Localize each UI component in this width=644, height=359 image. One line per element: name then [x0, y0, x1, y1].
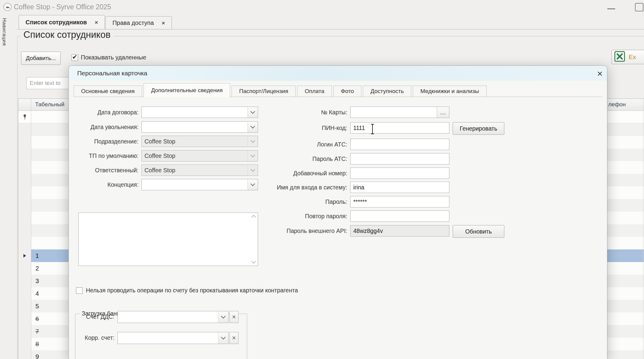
add-employee-button[interactable]: Добавить...: [21, 52, 61, 65]
excel-button-label: Ex: [629, 53, 636, 61]
dds-clear-button[interactable]: ×: [229, 311, 238, 323]
window-title: Coffee Stop - Syrve Office 2025: [14, 3, 111, 11]
navigation-panel-collapsed[interactable]: Навигация: [1, 18, 7, 46]
tab-access-rights[interactable]: Права доступа ×: [105, 16, 172, 29]
page-group-border-left: [17, 36, 17, 359]
chevron-down-icon[interactable]: [248, 179, 258, 190]
check-icon: ✔: [72, 53, 77, 61]
tab-access-rights-label: Права доступа: [112, 20, 154, 26]
tab-main-info[interactable]: Основные сведения: [74, 86, 142, 97]
column-header-tab-number[interactable]: Табельный: [35, 101, 65, 108]
excel-icon: [614, 51, 625, 63]
card-number-label: № Карты:: [257, 109, 347, 116]
chevron-down-icon: [248, 136, 258, 147]
dialog-tabstrip: Основные сведения Дополнительные сведени…: [74, 83, 602, 97]
comment-textarea[interactable]: [78, 213, 258, 266]
dds-account-combo[interactable]: [117, 311, 229, 323]
title-bar: Coffee Stop - Syrve Office 2025: [0, 0, 644, 14]
atc-login-field[interactable]: [350, 139, 449, 150]
corr-account-combo[interactable]: [117, 332, 229, 344]
dialog-title: Персональная карточка: [77, 70, 147, 77]
dialog-header: Персональная карточка: [69, 66, 607, 81]
personal-card-dialog: Персональная карточка × Основные сведени…: [68, 65, 607, 359]
default-tp-combo: Coffee Stop: [141, 150, 258, 161]
extension-number-label: Добавочный номер:: [257, 170, 347, 177]
api-password-label: Пароль внешнего API:: [257, 228, 347, 234]
concept-combo[interactable]: [141, 179, 258, 190]
grid-column-separator: [643, 99, 643, 359]
tab-availability[interactable]: Доступность: [363, 86, 411, 97]
maximize-button[interactable]: [635, 3, 643, 11]
column-header-phone[interactable]: лефон: [608, 101, 626, 108]
corr-account-label: Корр. счет:: [24, 334, 114, 341]
ellipsis-button[interactable]: …: [437, 107, 449, 118]
chevron-down-icon[interactable]: [218, 332, 228, 344]
card-number-field[interactable]: …: [350, 107, 449, 118]
department-combo: Coffee Stop: [141, 136, 258, 147]
filter-pin-icon: [18, 111, 31, 123]
responsible-label: Ответственный:: [48, 167, 138, 174]
document-tabstrip: Список сотрудников × Права доступа ×: [19, 15, 172, 29]
tab-payment[interactable]: Оплата: [297, 86, 332, 97]
show-deleted-label: Показывать удаленные: [81, 54, 146, 61]
tab-employee-list[interactable]: Список сотрудников ×: [19, 15, 105, 29]
extension-number-field[interactable]: [350, 167, 449, 179]
checkbox-unchecked-icon[interactable]: [76, 287, 83, 294]
grid-indicator-header: [18, 99, 31, 110]
tab-medical-books[interactable]: Медкнижки и анализы: [413, 86, 486, 97]
tab-passport-license[interactable]: Паспорт/Лицензия: [232, 86, 296, 97]
password-repeat-label: Повтор пароля:: [257, 213, 347, 220]
default-tp-label: ТП по умолчанию:: [48, 152, 138, 159]
system-login-label: Имя для входа в систему:: [257, 184, 347, 191]
close-icon[interactable]: ×: [95, 20, 98, 25]
tab-additional-info[interactable]: Дополнительные сведения: [144, 83, 230, 97]
department-label: Подразделение:: [48, 138, 138, 145]
pin-code-label: ПИН-код:: [257, 125, 347, 131]
scroll-up-icon[interactable]: [251, 214, 256, 219]
dialog-close-icon[interactable]: ×: [594, 68, 606, 80]
responsible-combo: Coffee Stop: [141, 164, 258, 176]
no-operations-label: Нельзя проводить операции по счету без п…: [86, 287, 298, 294]
export-excel-button[interactable]: Ex: [612, 50, 644, 64]
pin-code-field[interactable]: 1111: [350, 122, 449, 134]
password-repeat-field[interactable]: [350, 210, 449, 222]
password-label: Пароль:: [257, 198, 347, 205]
no-operations-checkbox[interactable]: Нельзя проводить операции по счету без п…: [76, 287, 298, 294]
dismissal-date-label: Дата увольнения:: [48, 124, 138, 131]
atc-login-label: Логин АТС:: [257, 141, 347, 148]
password-field[interactable]: ******: [350, 196, 449, 207]
corr-clear-button[interactable]: ×: [229, 332, 238, 344]
scroll-down-icon[interactable]: [251, 260, 256, 264]
generate-pin-button[interactable]: Генерировать: [453, 122, 504, 135]
concept-label: Концепция:: [48, 181, 138, 188]
text-cursor-icon: [370, 124, 375, 134]
tab-employee-list-label: Список сотрудников: [26, 19, 87, 26]
selected-row-arrow-icon: [23, 254, 26, 258]
page-title: Список сотрудников: [20, 29, 114, 40]
close-icon[interactable]: ×: [162, 20, 165, 26]
chevron-down-icon[interactable]: [218, 311, 228, 323]
minimize-button[interactable]: [607, 8, 615, 9]
contract-date-combo[interactable]: [141, 107, 258, 118]
dds-account-label: Счет ДДС:: [24, 313, 114, 320]
refresh-api-password-button[interactable]: Обновить: [453, 225, 504, 238]
tab-photo[interactable]: Фото: [333, 86, 362, 97]
app-logo-icon: [3, 2, 12, 13]
atc-password-label: Пароль АТС:: [257, 155, 347, 162]
checkbox-checked-icon[interactable]: ✔: [71, 54, 78, 61]
api-password-field: 48wz8gg4v: [350, 225, 449, 237]
chevron-down-icon: [248, 150, 258, 161]
app-window: Coffee Stop - Syrve Office 2025 Навигаци…: [0, 0, 644, 359]
show-deleted-checkbox[interactable]: ✔ Показывать удаленные: [71, 54, 146, 61]
atc-password-field[interactable]: [350, 153, 449, 164]
contract-date-label: Дата договора:: [48, 109, 138, 116]
chevron-down-icon[interactable]: [248, 122, 258, 132]
dismissal-date-combo[interactable]: [141, 121, 258, 133]
system-login-field[interactable]: irina: [350, 182, 449, 193]
chevron-down-icon[interactable]: [248, 107, 258, 118]
chevron-down-icon: [248, 165, 258, 176]
